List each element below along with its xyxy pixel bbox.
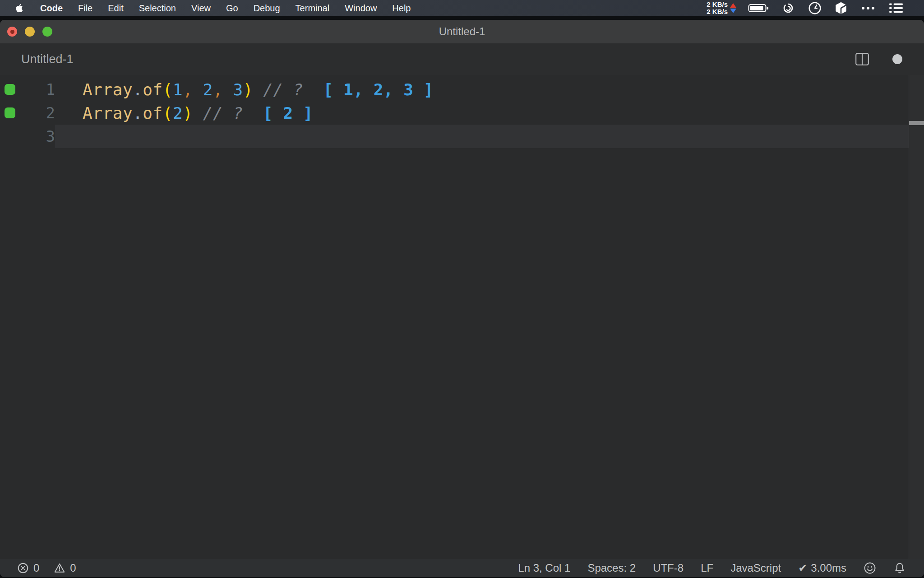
encoding[interactable]: UTF-8 xyxy=(653,562,684,574)
code-token: of xyxy=(143,104,162,122)
code-token: ( xyxy=(163,80,173,99)
traffic-lights xyxy=(0,27,52,37)
code-token: // ? xyxy=(263,80,303,99)
clock-menu-item[interactable] xyxy=(808,1,822,15)
code-token: , xyxy=(183,80,193,99)
quokka-time[interactable]: ✔3.00ms xyxy=(798,562,846,574)
upload-speed: 2 KB/s xyxy=(707,1,728,8)
minimize-button[interactable] xyxy=(25,27,35,37)
code-content[interactable]: Array.of(2) // ? [ 2 ] xyxy=(55,101,909,125)
modified-indicator-dot[interactable] xyxy=(892,54,902,64)
fullscreen-button[interactable] xyxy=(42,27,52,37)
statusbar-items: Ln 3, Col 1Spaces: 2UTF-8LFJavaScript✔3.… xyxy=(518,562,846,574)
open-file-label[interactable]: Untitled-1 xyxy=(21,52,74,66)
menu-code[interactable]: Code xyxy=(32,0,70,16)
split-editor-icon xyxy=(855,51,870,67)
download-arrow-icon xyxy=(730,9,736,13)
network-arrows xyxy=(730,3,736,13)
status-bar: 0 0 Ln 3, Col 1Spaces: 2UTF-8LFJavaScrip… xyxy=(0,559,924,577)
scrollbar-marker[interactable] xyxy=(909,121,924,125)
editor-lines: 1Array.of(1, 2, 3) // ? [ 1, 2, 3 ]2Arra… xyxy=(0,75,909,148)
problems-indicator[interactable]: 0 0 xyxy=(17,562,76,574)
window-titlebar[interactable]: Untitled-1 xyxy=(0,20,924,43)
code-token: // ? xyxy=(203,104,243,122)
code-line: 2Array.of(2) // ? [ 2 ] xyxy=(0,101,909,125)
apple-icon xyxy=(14,2,24,14)
error-icon xyxy=(17,562,29,574)
code-line: 3 xyxy=(0,125,909,148)
check-icon: ✔ xyxy=(798,562,807,574)
battery-indicator[interactable] xyxy=(748,3,769,13)
menu-selection[interactable]: Selection xyxy=(131,0,184,16)
gutter-decoration[interactable] xyxy=(0,84,22,95)
menu-debug[interactable]: Debug xyxy=(246,0,288,16)
editor[interactable]: 1Array.of(1, 2, 3) // ? [ 1, 2, 3 ]2Arra… xyxy=(0,75,924,559)
upload-arrow-icon xyxy=(730,3,736,8)
line-number[interactable]: 2 xyxy=(22,104,55,122)
menu-left: CodeFileEditSelectionViewGoDebugTerminal… xyxy=(0,0,418,16)
vscode-window: Untitled-1 Untitled-1 1Array.of(1, 2, 3)… xyxy=(0,20,924,577)
code-content[interactable] xyxy=(55,125,909,148)
editor-actions xyxy=(855,51,902,67)
menu-status-area: 2 KB/s 2 KB/s xyxy=(707,0,924,16)
menu-view[interactable]: View xyxy=(184,0,218,16)
statusbar-right: Ln 3, Col 1Spaces: 2UTF-8LFJavaScript✔3.… xyxy=(518,562,906,574)
more-menu-item[interactable] xyxy=(860,1,876,15)
menu-file[interactable]: File xyxy=(70,0,100,16)
network-speed-text: 2 KB/s 2 KB/s xyxy=(707,1,728,15)
close-button[interactable] xyxy=(7,27,17,37)
code-token xyxy=(303,80,323,99)
unsaved-dot xyxy=(10,30,14,34)
code-token: of xyxy=(143,80,162,99)
code-token: 3 xyxy=(233,80,243,99)
scrollbar-overview-ruler[interactable] xyxy=(909,75,924,559)
code-token: 2 xyxy=(173,104,183,122)
code-token: 2 xyxy=(203,80,213,99)
list-menu-item[interactable] xyxy=(888,1,904,15)
sync-menu-item[interactable] xyxy=(781,0,796,16)
error-count: 0 xyxy=(33,562,39,574)
network-speed-indicator[interactable]: 2 KB/s 2 KB/s xyxy=(707,1,736,15)
line-number[interactable]: 1 xyxy=(22,80,55,98)
code-token: 1 xyxy=(173,80,183,99)
menu-window[interactable]: Window xyxy=(337,0,384,16)
code-token: ) xyxy=(243,80,253,99)
code-token: Array xyxy=(83,104,133,122)
code-token: . xyxy=(133,104,143,122)
warning-icon xyxy=(54,562,65,574)
battery-icon xyxy=(748,3,769,13)
menu-bar: CodeFileEditSelectionViewGoDebugTerminal… xyxy=(0,0,924,16)
code-token: ) xyxy=(183,104,193,122)
apple-menu[interactable] xyxy=(6,0,32,16)
ellipsis-icon xyxy=(860,1,876,15)
code-token: . xyxy=(133,80,143,99)
window-title: Untitled-1 xyxy=(0,25,924,38)
gutter-decoration[interactable] xyxy=(0,107,22,118)
split-editor-button[interactable] xyxy=(855,51,870,67)
menu-help[interactable]: Help xyxy=(384,0,418,16)
indentation[interactable]: Spaces: 2 xyxy=(587,562,636,574)
cursor-position[interactable]: Ln 3, Col 1 xyxy=(518,562,570,574)
screen: CodeFileEditSelectionViewGoDebugTerminal… xyxy=(0,0,924,578)
menu-terminal[interactable]: Terminal xyxy=(288,0,337,16)
notifications-button[interactable] xyxy=(893,562,906,574)
clock-icon xyxy=(808,1,822,15)
feedback-button[interactable] xyxy=(864,562,876,574)
code-content[interactable]: Array.of(1, 2, 3) // ? [ 1, 2, 3 ] xyxy=(55,78,909,101)
list-icon xyxy=(888,1,904,15)
menu-edit[interactable]: Edit xyxy=(100,0,131,16)
code-token: [ 2 ] xyxy=(263,104,313,122)
warning-count: 0 xyxy=(70,562,76,574)
cube-menu-item[interactable] xyxy=(834,1,848,15)
code-token xyxy=(223,80,233,99)
menu-go[interactable]: Go xyxy=(218,0,246,16)
code-line: 1Array.of(1, 2, 3) // ? [ 1, 2, 3 ] xyxy=(0,78,909,101)
line-number[interactable]: 3 xyxy=(22,127,55,145)
code-token xyxy=(243,104,263,122)
code-token xyxy=(193,80,203,99)
eol[interactable]: LF xyxy=(701,562,713,574)
quokka-coverage-indicator xyxy=(5,107,15,118)
language-mode[interactable]: JavaScript xyxy=(730,562,781,574)
code-token: Array xyxy=(83,80,133,99)
sync-swirl-icon xyxy=(781,0,796,16)
